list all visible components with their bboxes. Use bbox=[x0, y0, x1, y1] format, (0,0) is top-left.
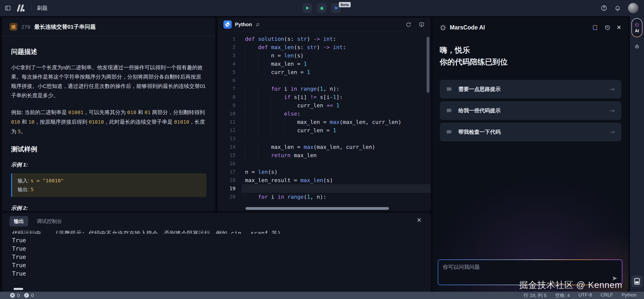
example-label: 示例 1: bbox=[11, 161, 206, 168]
sidebar-toggle-icon[interactable] bbox=[5, 5, 11, 11]
notifications-bell-icon[interactable] bbox=[614, 5, 621, 11]
ai-assistant-pill-button[interactable]: AI bbox=[631, 18, 642, 37]
arrow-right-icon: → bbox=[609, 107, 615, 114]
status-item[interactable]: 空格: 4 bbox=[555, 292, 570, 299]
code-text: curr_len = 1 bbox=[245, 68, 310, 76]
submit-button[interactable]: Beta bbox=[331, 3, 341, 13]
ai-suggestion-card[interactable]: 给我一些代码提示→ bbox=[440, 101, 621, 120]
code-line[interactable]: 13 bbox=[217, 135, 431, 143]
code-line[interactable]: 18max_len_result = max_len(s) bbox=[217, 176, 431, 184]
divider bbox=[31, 5, 31, 11]
description-heading: 问题描述 bbox=[11, 47, 206, 56]
status-item[interactable]: 行 19, 列 5 bbox=[524, 292, 546, 299]
errors-icon[interactable]: ✕ bbox=[10, 293, 15, 298]
console-output-line: True bbox=[12, 261, 431, 270]
code-text: if s[i] != s[i-1]: bbox=[245, 93, 343, 101]
close-output-icon[interactable]: ✕ bbox=[417, 217, 422, 223]
editor-vertical-scrollbar[interactable] bbox=[427, 37, 429, 93]
line-number: 9 bbox=[217, 101, 235, 110]
line-number: 14 bbox=[217, 143, 235, 151]
editor-language-label: Python bbox=[235, 22, 252, 27]
problem-examples: 示例 1:输入: s = "10010"输出: 5示例 2:输入: s = "0… bbox=[11, 161, 206, 211]
status-items: 行 19, 列 5空格: 4UTF-8CRLFPython bbox=[524, 292, 636, 299]
code-text: def solution(s: str) -> int: bbox=[245, 35, 336, 43]
new-chat-icon[interactable] bbox=[592, 24, 598, 31]
beta-badge: Beta bbox=[339, 2, 351, 7]
diff-view-icon[interactable] bbox=[419, 22, 425, 28]
tab-output[interactable]: 输出 bbox=[10, 216, 28, 226]
code-line[interactable]: 17n = len(s) bbox=[217, 168, 431, 176]
editor-horizontal-scrollbar[interactable] bbox=[246, 207, 389, 210]
line-number: 6 bbox=[217, 76, 235, 85]
status-item[interactable]: UTF-8 bbox=[578, 292, 592, 299]
code-line[interactable]: 7 for i in range(1, n): bbox=[217, 85, 431, 93]
code-line[interactable]: 20 for i in range(1, n): bbox=[217, 193, 431, 201]
ai-suggestion-label: 需要一点思路提示 bbox=[458, 86, 501, 93]
errors-count: 0 bbox=[17, 293, 20, 298]
console-horizontal-scrollbar[interactable] bbox=[14, 288, 23, 290]
ai-suggestion-label: 帮我检查一下代码 bbox=[458, 128, 501, 136]
code-line[interactable]: 10 else: bbox=[217, 110, 431, 118]
code-area[interactable]: 1def solution(s: str) -> int:2 def max_l… bbox=[217, 32, 431, 208]
line-number: 2 bbox=[217, 43, 235, 51]
debug-strip-icon[interactable] bbox=[630, 43, 644, 49]
debug-button[interactable] bbox=[317, 3, 327, 13]
sparkle-icon bbox=[440, 24, 446, 31]
problem-description: 小C拿到了一个长度为n的二进制串。他发现通过一些操作可以得到一个很有趣的效果。每… bbox=[11, 63, 206, 136]
code-line[interactable]: 15 return max_len bbox=[217, 151, 431, 159]
code-line[interactable]: 5 curr_len = 1 bbox=[217, 68, 431, 76]
code-editor-panel: Python 1def solution(s: str) -> int:2 de… bbox=[217, 18, 431, 211]
status-item[interactable]: Python bbox=[622, 292, 636, 299]
chat-bubble-icon bbox=[446, 86, 452, 92]
top-bar: 刷题 Beta bbox=[0, 0, 644, 16]
code-line[interactable]: 19 bbox=[217, 184, 431, 193]
run-button[interactable] bbox=[303, 3, 312, 13]
code-text: return max_len bbox=[245, 151, 317, 159]
code-line[interactable]: 8 if s[i] != s[i-1]: bbox=[217, 93, 431, 101]
code-line[interactable]: 6 bbox=[217, 76, 431, 85]
close-ai-panel-icon[interactable]: ✕ bbox=[617, 24, 621, 31]
code-line[interactable]: 1def solution(s: str) -> int: bbox=[217, 35, 431, 43]
console-notice-clipped: 代码运行中... (温馨提示: 代码中不允许存在输入指令，否则将会阻塞运行。例如… bbox=[12, 230, 431, 234]
code-line[interactable]: 16 bbox=[217, 159, 431, 168]
problem-title: 最长连续交替01子串问题 bbox=[34, 23, 96, 31]
status-item[interactable]: CRLF bbox=[600, 292, 613, 299]
tab-debug-console[interactable]: 调试控制台 bbox=[37, 218, 62, 225]
example-line: 输入: s = "10010" bbox=[18, 176, 201, 185]
code-text: for i in range(1, n): bbox=[245, 193, 327, 201]
code-text: n = len(s) bbox=[245, 168, 277, 176]
marscode-logo bbox=[16, 4, 26, 12]
code-text: n = len(s) bbox=[245, 51, 304, 60]
ai-suggestion-card[interactable]: 需要一点思路提示→ bbox=[440, 80, 621, 98]
example-box: 输入: s = "10010"输出: 5 bbox=[11, 173, 206, 197]
code-line[interactable]: 2 def max_len(s: str) -> int: bbox=[217, 43, 431, 51]
code-line[interactable]: 12 curr_len = 1 bbox=[217, 126, 431, 135]
ai-input-placeholder: 你可以问我问题 bbox=[443, 263, 480, 271]
line-number: 8 bbox=[217, 93, 235, 101]
console-content: 代码运行中... (温馨提示: 代码中不允许存在输入指令，否则将会阻塞运行。例如… bbox=[2, 229, 431, 291]
line-number: 7 bbox=[217, 85, 235, 93]
line-number: 1 bbox=[217, 35, 235, 43]
history-icon[interactable] bbox=[604, 24, 611, 31]
switch-language-icon[interactable] bbox=[255, 22, 260, 27]
output-panel: 输出 调试控制台 ✕ 代码运行中... (温馨提示: 代码中不允许存在输入指令，… bbox=[2, 213, 431, 292]
code-line[interactable]: 11 max_len = max(max_len, curr_len) bbox=[217, 118, 431, 126]
code-line[interactable]: 14 max_len = max(max_len, curr_len) bbox=[217, 143, 431, 151]
warnings-icon[interactable]: ! bbox=[24, 293, 29, 298]
user-avatar[interactable] bbox=[628, 3, 638, 13]
line-number: 15 bbox=[217, 151, 235, 159]
reset-code-icon[interactable] bbox=[406, 22, 412, 28]
ai-suggestion-card[interactable]: 帮我检查一下代码→ bbox=[440, 123, 621, 141]
code-line[interactable]: 4 max_len = 1 bbox=[217, 60, 431, 68]
code-line[interactable]: 3 n = len(s) bbox=[217, 51, 431, 60]
chat-bubble-icon bbox=[446, 129, 452, 135]
line-number: 10 bbox=[217, 110, 235, 118]
example-line: 输出: 5 bbox=[18, 185, 201, 194]
help-icon[interactable] bbox=[601, 5, 607, 11]
feedback-card-button[interactable] bbox=[631, 276, 642, 287]
line-number: 12 bbox=[217, 126, 235, 135]
run-controls: Beta bbox=[303, 3, 341, 13]
code-line[interactable]: 9 curr_len += 1 bbox=[217, 101, 431, 110]
marscode-ai-panel: MarsCode AI ✕ 嗨，悦乐 你的代码陪练已到位 需要一点思路提示→给我… bbox=[433, 18, 628, 292]
ai-panel-title: MarsCode AI bbox=[450, 24, 485, 31]
